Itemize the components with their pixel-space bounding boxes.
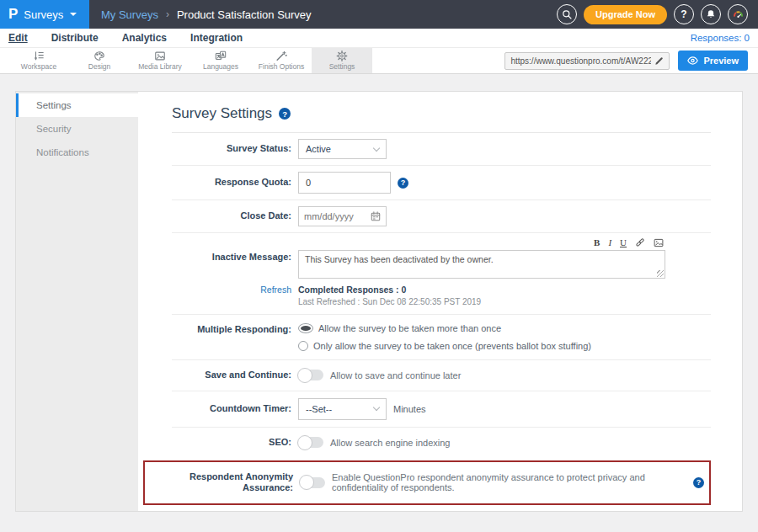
survey-status-label: Survey Status: [172,143,291,155]
preview-label: Preview [703,56,739,66]
countdown-minutes-text: Minutes [393,404,426,414]
toolbar-item-label: Settings [329,62,355,71]
refresh-line: Refresh Completed Responses : 0 Last Ref… [172,285,711,306]
breadcrumb-survey-title: Product Satisfaction Survey [177,8,312,21]
tab-distribute[interactable]: Distribute [51,32,99,44]
pencil-icon [654,56,664,66]
inactive-message-editor: B I U This Survey has been deactivated b… [298,237,665,279]
seo-label: SEO: [172,437,291,449]
bell-icon [706,9,716,19]
toolbar-item-media-library[interactable]: Media Library [130,48,190,73]
response-quota-help-icon[interactable]: ? [398,178,408,189]
toolbar-item-finish-options[interactable]: Finish Options [251,48,312,73]
search-button[interactable] [557,4,577,24]
chevron-down-icon [373,404,380,411]
refresh-link[interactable]: Refresh [172,285,291,306]
countdown-timer-select[interactable]: --Set-- [298,398,387,420]
tab-analytics[interactable]: Analytics [122,32,167,44]
settings-card: Settings Security Notifications Survey S… [15,91,743,512]
breadcrumb-separator: › [166,8,169,20]
upgrade-now-button[interactable]: Upgrade Now [584,5,667,24]
save-and-continue-row: Save and Continue: Allow to save and con… [172,360,711,391]
save-and-continue-toggle[interactable] [298,370,323,380]
finish-options-wand-icon [275,51,287,61]
respondent-anonymity-toggle[interactable] [300,477,325,488]
inactive-message-label: Inactive Message: [172,237,291,263]
survey-status-value: Active [306,144,331,154]
chevron-down-icon [70,13,77,16]
question-mark-icon: ? [681,8,686,20]
inactive-message-textarea-wrap: This Survey has been deactivated by the … [298,250,665,279]
close-date-input[interactable] [304,211,367,221]
survey-status-select[interactable]: Active [298,139,387,159]
multiple-responding-options: Allow the survey to be taken more than o… [298,323,591,351]
notifications-button[interactable] [701,4,721,24]
edit-url-button[interactable] [654,56,664,66]
countdown-timer-row: Countdown Timer: --Set-- Minutes [172,391,711,428]
toolbar-item-languages[interactable]: Languages [190,48,251,73]
bold-button[interactable]: B [594,238,600,247]
toolbar-right: Preview [504,48,758,73]
usage-meter-button[interactable] [728,4,748,24]
page-content: Settings Security Notifications Survey S… [0,74,758,512]
eye-icon [687,56,698,65]
italic-button[interactable]: I [608,238,611,247]
radio-option-label: Allow the survey to be taken more than o… [318,323,501,333]
topbar-actions: Upgrade Now ? [557,4,758,24]
calendar-icon [371,211,381,221]
toolbar-items: Workspace Design Media Library Languages… [0,48,504,73]
link-icon[interactable] [635,237,645,247]
rich-text-toolbar: B I U [298,237,665,250]
toolbar-item-workspace[interactable]: Workspace [8,48,69,73]
survey-status-row: Survey Status: Active [172,133,711,166]
workspace-icon [33,51,45,61]
seo-toggle[interactable] [298,437,323,448]
search-icon [562,9,573,20]
completed-responses-text: Completed Responses : 0 [298,285,481,295]
survey-settings-help-icon[interactable]: ? [279,108,291,120]
toolbar-item-settings[interactable]: Settings [312,48,372,73]
close-date-row: Close Date: [172,200,711,233]
respondent-anonymity-row: Respondent Anonymity Assurance: Enable Q… [143,460,711,506]
radio-selected-icon [298,323,313,333]
breadcrumb: My Surveys › Product Satisfaction Survey [101,8,557,21]
breadcrumb-my-surveys[interactable]: My Surveys [101,8,158,21]
toolbar-item-label: Workspace [21,62,56,71]
response-quota-row: Response Quota: ? [172,166,711,200]
close-date-field[interactable] [298,206,387,226]
underline-button[interactable]: U [620,238,627,247]
survey-nav: Edit Distribute Analytics Integration Re… [0,29,758,47]
sidebar-item-settings[interactable]: Settings [16,93,138,117]
tab-integration[interactable]: Integration [190,32,243,44]
respondent-anonymity-label: Respondent Anonymity Assurance: [150,471,293,495]
survey-url-input[interactable] [510,56,651,66]
toolbar-item-label: Languages [203,62,238,71]
sidebar-item-security[interactable]: Security [16,117,138,141]
languages-icon [215,51,227,61]
toolbar-item-label: Design [88,62,110,71]
save-and-continue-text: Allow to save and continue later [330,370,461,380]
response-quota-input[interactable] [298,172,391,194]
settings-main: Survey Settings ? Survey Status: Active … [138,92,742,511]
inactive-message-textarea[interactable]: This Survey has been deactivated by the … [298,250,665,279]
insert-image-icon[interactable] [654,238,664,247]
radio-option-once[interactable]: Only allow the survey to be taken once (… [298,341,591,351]
edit-toolbar: Workspace Design Media Library Languages… [0,47,758,74]
last-refreshed-text: Last Refreshed : Sun Dec 08 22:50:35 PST… [298,297,481,306]
product-switcher[interactable]: P Surveys [0,0,89,29]
radio-option-multiple[interactable]: Allow the survey to be taken more than o… [298,323,591,333]
radio-unselected-icon [298,341,308,351]
survey-url-box [504,52,670,70]
toolbar-item-design[interactable]: Design [69,48,130,73]
respondent-anonymity-help-icon[interactable]: ? [693,477,704,488]
help-button[interactable]: ? [674,4,694,24]
resize-grip[interactable] [657,270,664,277]
settings-sidebar: Settings Security Notifications [16,92,138,511]
response-quota-label: Response Quota: [172,177,291,189]
toolbar-item-label: Media Library [138,62,182,71]
chevron-down-icon [373,144,380,151]
responses-count[interactable]: Responses: 0 [691,33,750,43]
preview-button[interactable]: Preview [678,51,748,71]
tab-edit[interactable]: Edit [8,32,28,44]
sidebar-item-notifications[interactable]: Notifications [16,141,138,164]
